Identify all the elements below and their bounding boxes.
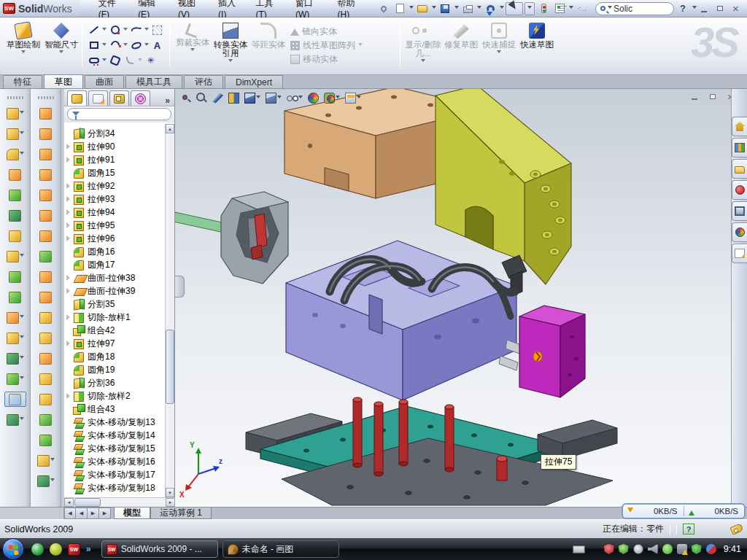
solidworks-quicklaunch-icon[interactable]: SW xyxy=(68,543,80,556)
tabs-overflow-icon[interactable]: » xyxy=(162,96,173,106)
surface-boundary-button[interactable] xyxy=(35,187,57,203)
draft-button[interactable] xyxy=(4,289,26,305)
network-speed-widget[interactable]: 0KB/S 0KB/S xyxy=(622,503,746,519)
tree-item[interactable]: 实体-移动/复制17 xyxy=(64,468,165,481)
surface-knit-button[interactable] xyxy=(35,289,57,305)
expand-arrow-icon[interactable] xyxy=(66,393,73,399)
curve-button[interactable] xyxy=(4,371,26,386)
display-delete-relations-button[interactable]: 显示/删除几... xyxy=(404,20,442,70)
app-quicklaunch-icon[interactable] xyxy=(50,543,62,556)
sketch-picture-icon[interactable] xyxy=(151,24,163,36)
edit-appearance-button[interactable] xyxy=(306,90,320,105)
tab-property-manager[interactable] xyxy=(88,90,108,106)
panel-splitter-handle[interactable] xyxy=(175,276,185,298)
zoom-fit-button[interactable] xyxy=(179,90,193,105)
surface-delete-button[interactable] xyxy=(35,371,57,386)
cmd-tab-1[interactable]: 草图 xyxy=(44,74,83,88)
polygon-tool-icon[interactable] xyxy=(109,55,121,67)
new-document-icon[interactable] xyxy=(392,2,407,15)
quick-snaps-button[interactable]: 快速捕捉 xyxy=(480,20,518,70)
scroll-down-icon[interactable]: ▼ xyxy=(166,488,174,497)
tree-item[interactable]: 拉伸96 xyxy=(64,232,165,245)
tree-horizontal-scrollbar[interactable]: ◄ ► xyxy=(64,497,175,507)
mirror-entities-button[interactable]: 镜向实体 xyxy=(290,26,363,37)
ellipse-tool-icon[interactable] xyxy=(130,39,142,52)
boss-extrude-button[interactable] xyxy=(4,106,26,121)
tab-dimxpert-manager[interactable] xyxy=(131,90,150,106)
tree-item[interactable]: 圆角18 xyxy=(64,350,165,363)
tree-item[interactable]: 切除-放样1 xyxy=(64,311,165,324)
cmd-tab-5[interactable]: DimXpert xyxy=(225,75,283,88)
tree-item[interactable]: 实体-移动/复制14 xyxy=(64,429,165,442)
planar-surface-button[interactable] xyxy=(35,228,57,244)
taskbar-item-solidworks[interactable]: SW SolidWorks 2009 - ... xyxy=(101,540,218,558)
quick-tips-icon[interactable]: ? xyxy=(683,524,694,534)
surface-sweep-button[interactable] xyxy=(35,147,57,162)
tab-design-library[interactable] xyxy=(732,138,747,158)
minimize-button[interactable] xyxy=(697,3,711,15)
surface-replace-button[interactable] xyxy=(35,392,57,407)
hole-wizard-button[interactable] xyxy=(4,228,26,244)
doc-minimize-button[interactable] xyxy=(687,90,701,102)
apply-scene-button[interactable] xyxy=(322,90,341,105)
spline-tool-icon[interactable] xyxy=(130,24,142,36)
freeform-button[interactable] xyxy=(35,453,57,468)
expand-arrow-icon[interactable] xyxy=(66,288,73,294)
expand-arrow-icon[interactable] xyxy=(66,222,73,228)
menu-item-1[interactable]: 编辑(E) xyxy=(129,0,169,17)
tree-item[interactable]: 圆角16 xyxy=(64,245,165,258)
linear-pattern-button[interactable] xyxy=(4,249,26,264)
graphics-viewport[interactable]: Y z X xyxy=(175,89,731,507)
surface-mid-button[interactable] xyxy=(35,412,57,427)
tab-scroll-first-icon[interactable]: ◀ xyxy=(64,508,76,519)
tree-item[interactable]: 组合43 xyxy=(64,402,165,416)
cmd-tab-2[interactable]: 曲面 xyxy=(85,75,124,88)
security-shield-icon[interactable] xyxy=(619,544,629,554)
tree-item[interactable]: 曲面-拉伸38 xyxy=(64,271,165,284)
instant3d-button[interactable] xyxy=(4,392,26,407)
scroll-thumb[interactable] xyxy=(166,330,174,404)
cmd-tab-4[interactable]: 评估 xyxy=(184,75,223,88)
circle-tool-icon[interactable] xyxy=(109,24,121,36)
tree-filter-input[interactable] xyxy=(67,108,171,120)
swept-boss-button[interactable] xyxy=(4,167,26,182)
tree-item[interactable]: 圆角19 xyxy=(64,363,165,376)
tree-item[interactable]: 曲面-拉伸39 xyxy=(64,284,165,298)
tab-scroll-prev-icon[interactable]: ◀ xyxy=(76,508,88,519)
menu-item-3[interactable]: 插入(I) xyxy=(209,0,247,17)
tab-toolbox[interactable] xyxy=(732,180,747,200)
display-style-button[interactable] xyxy=(264,90,283,105)
surface-trim-button[interactable] xyxy=(35,310,57,325)
tree-item[interactable]: 圆角17 xyxy=(64,258,165,271)
taskbar-clock[interactable]: 9:41 xyxy=(724,544,741,554)
tree-item[interactable]: 拉伸92 xyxy=(64,179,165,192)
scroll-up-icon[interactable]: ▲ xyxy=(166,124,174,133)
tree-item[interactable]: 分割34 xyxy=(64,127,165,140)
rebuild-icon[interactable] xyxy=(536,2,551,15)
close-button[interactable]: × xyxy=(729,3,743,15)
messenger-quicklaunch-icon[interactable] xyxy=(31,543,44,556)
tab-feature-manager[interactable] xyxy=(67,90,87,106)
start-button[interactable] xyxy=(2,538,24,560)
ruled-surface-button[interactable] xyxy=(35,473,57,489)
trim-entities-button[interactable]: 剪裁实体 xyxy=(174,20,212,70)
tree-item[interactable]: 拉伸95 xyxy=(64,219,165,232)
tab-custom-properties[interactable] xyxy=(732,244,747,263)
surface-extend-button[interactable] xyxy=(35,351,57,366)
tab-file-explorer[interactable] xyxy=(732,159,747,179)
options-icon[interactable] xyxy=(552,2,567,15)
expand-arrow-icon[interactable] xyxy=(66,236,73,241)
surface-offset-button[interactable] xyxy=(35,249,57,264)
doc-restore-button[interactable] xyxy=(705,90,719,102)
tree-item[interactable]: 实体-移动/复制13 xyxy=(64,416,165,429)
tab-scroll-last-icon[interactable]: ▶ xyxy=(99,508,111,519)
offset-entities-button[interactable]: 等距实体 xyxy=(249,20,287,70)
view-orientation-button[interactable] xyxy=(243,90,262,105)
rib-button[interactable] xyxy=(4,269,26,284)
scroll-right-icon[interactable]: ► xyxy=(166,498,175,507)
extruded-cut-button[interactable] xyxy=(4,126,26,141)
tree-item[interactable]: 拉伸93 xyxy=(64,192,165,206)
surface-untrim-button[interactable] xyxy=(35,330,57,346)
reference-geometry-button[interactable] xyxy=(4,351,26,366)
print-icon[interactable] xyxy=(460,2,475,15)
